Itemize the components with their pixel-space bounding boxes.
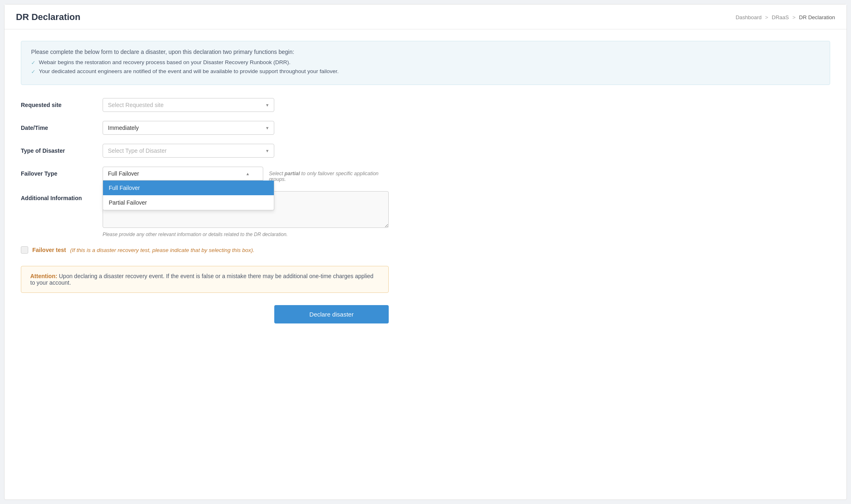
breadcrumb: Dashboard > DRaaS > DR Declaration [736,14,835,20]
requested-site-select-wrapper[interactable]: Select Requested site [103,98,274,112]
failover-type-display[interactable]: Full Failover ▲ [103,167,263,181]
attention-text: Upon declaring a disaster recovery event… [30,273,374,286]
type-of-disaster-label: Type of Disaster [21,144,94,154]
failover-test-row: Failover test (If this is a disaster rec… [21,246,389,254]
page-title: DR Declaration [16,12,81,22]
datetime-row: Date/Time Immediately [21,121,389,135]
attention-label: Attention: [30,273,57,279]
type-of-disaster-row: Type of Disaster Select Type of Disaster [21,144,389,158]
form-section: Requested site Select Requested site Dat… [21,98,389,323]
datetime-select[interactable]: Immediately [103,121,274,135]
breadcrumb-current: DR Declaration [799,14,835,20]
type-of-disaster-select-wrapper[interactable]: Select Type of Disaster [103,144,274,158]
breadcrumb-sep-1: > [765,14,770,20]
failover-option-full[interactable]: Full Failover [103,181,274,195]
failover-test-label: Failover test [32,247,66,253]
info-box: Please complete the below form to declar… [21,41,830,85]
failover-type-label: Failover Type [21,167,94,177]
breadcrumb-sep-2: > [793,14,797,20]
failover-option-partial[interactable]: Partial Failover [103,195,274,210]
info-list: Webair begins the restoration and recove… [31,59,820,75]
requested-site-select[interactable]: Select Requested site [103,98,274,112]
breadcrumb-draas[interactable]: DRaaS [772,14,789,20]
requested-site-row: Requested site Select Requested site [21,98,389,112]
datetime-label: Date/Time [21,121,94,131]
info-bullet-2: Your dedicated account engineers are not… [31,68,820,75]
requested-site-control: Select Requested site [103,98,389,112]
datetime-control: Immediately [103,121,389,135]
type-of-disaster-select[interactable]: Select Type of Disaster [103,144,274,158]
declare-disaster-button[interactable]: Declare disaster [274,305,389,323]
failover-hint-bold: partial [284,171,300,176]
declare-btn-row: Declare disaster [21,305,389,323]
additional-info-label: Additional Information [21,191,94,201]
failover-test-italic: (If this is a disaster recovery test, pl… [70,247,254,253]
failover-type-inner: Full Failover ▲ Full Failover Partial Fa… [103,167,389,182]
failover-hint-prefix: Select [269,171,284,176]
page-content: Please complete the below form to declar… [4,29,847,340]
attention-box: Attention: Upon declaring a disaster rec… [21,266,389,293]
requested-site-label: Requested site [21,98,94,108]
failover-type-row: Failover Type Full Failover ▲ Full Failo… [21,167,389,182]
page-wrapper: DR Declaration Dashboard > DRaaS > DR De… [4,4,847,500]
page-header: DR Declaration Dashboard > DRaaS > DR De… [4,4,847,29]
type-of-disaster-control: Select Type of Disaster [103,144,389,158]
failover-dropdown-container: Full Failover ▲ Full Failover Partial Fa… [103,167,263,181]
failover-type-dropdown: Full Failover Partial Failover [103,181,274,210]
additional-info-hint: Please provide any other relevant inform… [103,232,389,237]
failover-type-value: Full Failover [108,170,139,177]
failover-type-hint: Select partial to only failover specific… [269,167,389,182]
breadcrumb-dashboard[interactable]: Dashboard [736,14,762,20]
datetime-select-wrapper[interactable]: Immediately [103,121,274,135]
info-bullet-1: Webair begins the restoration and recove… [31,59,820,66]
failover-type-wrapper: Full Failover ▲ Full Failover Partial Fa… [103,167,389,182]
failover-type-control: Full Failover ▲ Full Failover Partial Fa… [103,167,389,182]
failover-type-arrow-icon: ▲ [246,172,250,176]
failover-test-checkbox[interactable] [21,246,28,254]
info-intro: Please complete the below form to declar… [31,49,820,55]
